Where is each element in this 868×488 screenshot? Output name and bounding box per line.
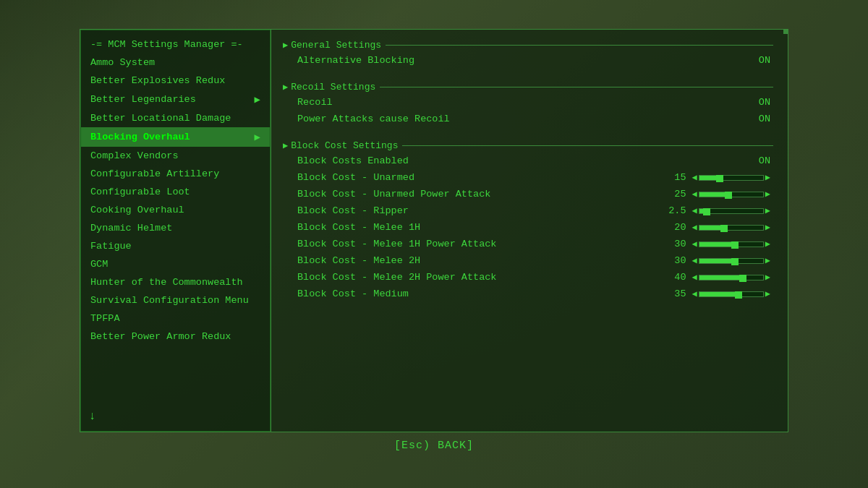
setting-label: Recoil xyxy=(297,97,759,108)
slider-bracket-right: ▶ xyxy=(765,205,770,216)
slider-thumb[interactable] xyxy=(725,192,732,199)
sidebar-item-ammo-system[interactable]: Ammo System xyxy=(80,53,271,72)
sidebar-item-label: Cooking Overhaul xyxy=(90,205,184,215)
slider-track[interactable] xyxy=(699,258,764,264)
sidebar-item-complex-vendors[interactable]: Complex Vendors xyxy=(80,147,271,165)
slider-value: 2.5 xyxy=(665,205,686,216)
slider-track[interactable] xyxy=(699,225,764,231)
sidebar-item-label: Better Locational Damage xyxy=(90,113,231,124)
slider-track[interactable] xyxy=(699,192,764,197)
slider-track[interactable] xyxy=(699,175,764,181)
sidebar-item-configurable-loot[interactable]: Configurable Loot xyxy=(80,183,271,201)
toggle-value[interactable]: ON xyxy=(759,55,770,66)
sidebar-item-hunter-commonwealth[interactable]: Hunter of the Commonwealth xyxy=(80,273,271,291)
sidebar-item-tpfpa[interactable]: TPFPA xyxy=(80,309,271,328)
toggle-value[interactable]: ON xyxy=(759,114,770,124)
setting-row-block-cost-melee-2h-power[interactable]: Block Cost - Melee 2H Power Attack 40 ◀ … xyxy=(283,269,776,286)
slider-thumb[interactable] xyxy=(731,241,739,249)
setting-row-recoil[interactable]: RecoilON xyxy=(283,94,776,111)
sidebar-item-cooking-overhaul[interactable]: Cooking Overhaul xyxy=(80,201,271,219)
slider-control[interactable]: ◀ ▶ xyxy=(692,288,770,299)
sidebar-item-label: Better Legendaries xyxy=(90,94,196,105)
setting-label: Block Cost - Medium xyxy=(297,288,665,299)
slider-control[interactable]: ◀ ▶ xyxy=(692,189,770,200)
setting-label: Block Cost - Unarmed xyxy=(297,172,665,183)
sidebar-item-label: Dynamic Helmet xyxy=(90,223,172,234)
slider-control[interactable]: ◀ ▶ xyxy=(692,205,770,216)
setting-label: Block Cost - Melee 1H xyxy=(297,222,665,233)
slider-fill xyxy=(699,176,718,180)
slider-thumb[interactable] xyxy=(731,258,739,265)
setting-label: Power Attacks cause Recoil xyxy=(297,114,759,124)
setting-row-block-cost-melee-1h-power[interactable]: Block Cost - Melee 1H Power Attack 30 ◀ … xyxy=(283,236,776,252)
slider-track[interactable] xyxy=(699,208,764,214)
sidebar-item-label: Fatigue xyxy=(90,241,132,252)
sidebar-scroll-down[interactable]: ↓ xyxy=(80,407,271,426)
sidebar-item-gcm[interactable]: GCM xyxy=(80,255,271,273)
slider-bracket-right: ▶ xyxy=(765,189,770,200)
slider-track[interactable] xyxy=(699,291,764,297)
section-divider xyxy=(402,145,773,146)
sidebar-item-configurable-artillery[interactable]: Configurable Artillery xyxy=(80,165,271,183)
slider-control[interactable]: ◀ ▶ xyxy=(692,272,770,283)
setting-row-block-cost-unarmed-power[interactable]: Block Cost - Unarmed Power Attack 25 ◀ ▶ xyxy=(283,186,776,202)
toggle-value[interactable]: ON xyxy=(759,97,770,108)
sidebar-item-label: Ammo System xyxy=(90,57,155,68)
slider-control[interactable]: ◀ ▶ xyxy=(692,222,770,233)
setting-row-block-cost-melee-1h[interactable]: Block Cost - Melee 1H 20 ◀ ▶ xyxy=(283,219,776,236)
slider-control[interactable]: ◀ ▶ xyxy=(692,239,770,249)
setting-label: Alternative Blocking xyxy=(297,55,759,66)
slider-control[interactable]: ◀ ▶ xyxy=(692,255,770,266)
section-title: General Settings xyxy=(291,40,381,51)
slider-thumb[interactable] xyxy=(720,225,728,232)
section-recoil-settings: ▶ Recoil Settings RecoilONPower Attacks … xyxy=(271,72,788,130)
setting-label: Block Cost - Melee 2H xyxy=(297,255,665,266)
section-general-settings: ▶ General Settings Alternative BlockingO… xyxy=(271,30,788,72)
slider-thumb[interactable] xyxy=(735,291,742,299)
slider-value: 15 xyxy=(665,172,686,183)
slider-bracket-right: ▶ xyxy=(765,288,770,299)
slider-thumb[interactable] xyxy=(716,175,723,182)
sidebar-item-label: Configurable Artillery xyxy=(90,168,219,179)
setting-row-block-cost-melee-2h[interactable]: Block Cost - Melee 2H 30 ◀ ▶ xyxy=(283,252,776,269)
sidebar-item-label: Configurable Loot xyxy=(90,187,190,197)
sidebar-item-better-locational[interactable]: Better Locational Damage xyxy=(80,109,271,127)
setting-row-alt-blocking[interactable]: Alternative BlockingON xyxy=(283,52,776,69)
sidebar-item-blocking-overhaul[interactable]: Blocking Overhaul▶ xyxy=(80,127,271,147)
setting-label: Block Cost - Ripper xyxy=(297,205,665,216)
chevron-right-icon: ▶ xyxy=(255,131,260,143)
setting-row-block-cost-medium[interactable]: Block Cost - Medium 35 ◀ ▶ xyxy=(283,286,776,302)
slider-value: 25 xyxy=(665,189,686,200)
slider-value: 30 xyxy=(665,239,686,249)
sidebar-item-dynamic-helmet[interactable]: Dynamic Helmet xyxy=(80,219,271,237)
slider-value: 40 xyxy=(665,272,686,283)
sidebar-item-fatigue[interactable]: Fatigue xyxy=(80,237,271,255)
setting-row-block-cost-ripper[interactable]: Block Cost - Ripper 2.5 ◀ ▶ xyxy=(283,202,776,219)
section-title: Block Cost Settings xyxy=(291,140,398,151)
section-title: Recoil Settings xyxy=(291,82,375,93)
slider-fill xyxy=(699,192,726,197)
slider-bracket-left: ◀ xyxy=(692,255,697,266)
slider-bracket-left: ◀ xyxy=(692,239,697,249)
sidebar-item-better-explosives[interactable]: Better Explosives Redux xyxy=(80,72,271,90)
back-label[interactable]: [Esc) BACK] xyxy=(394,440,474,452)
bottom-bar: [Esc) BACK] xyxy=(80,432,788,459)
slider-thumb[interactable] xyxy=(703,208,710,215)
slider-thumb[interactable] xyxy=(739,275,746,282)
slider-bracket-right: ▶ xyxy=(765,239,770,249)
slider-bracket-right: ▶ xyxy=(765,255,770,266)
setting-row-block-cost-unarmed[interactable]: Block Cost - Unarmed 15 ◀ ▶ xyxy=(283,169,776,186)
sidebar-panel: -= MCM Settings Manager =- Ammo SystemBe… xyxy=(80,29,271,432)
sidebar-item-better-power-armor[interactable]: Better Power Armor Redux xyxy=(80,328,271,346)
slider-track[interactable] xyxy=(699,275,764,281)
slider-track[interactable] xyxy=(699,241,764,247)
sidebar-item-better-legendaries[interactable]: Better Legendaries▶ xyxy=(80,90,271,109)
setting-row-block-costs-enabled[interactable]: Block Costs EnabledON xyxy=(283,153,776,169)
slider-fill xyxy=(699,292,736,296)
slider-control[interactable]: ◀ ▶ xyxy=(692,172,770,183)
setting-row-power-attacks-recoil[interactable]: Power Attacks cause RecoilON xyxy=(283,111,776,127)
sidebar-item-label: GCM xyxy=(90,259,108,270)
toggle-value[interactable]: ON xyxy=(759,155,770,166)
sidebar-item-survival-config[interactable]: Survival Configuration Menu xyxy=(80,291,271,309)
chevron-right-icon: ▶ xyxy=(255,93,260,106)
